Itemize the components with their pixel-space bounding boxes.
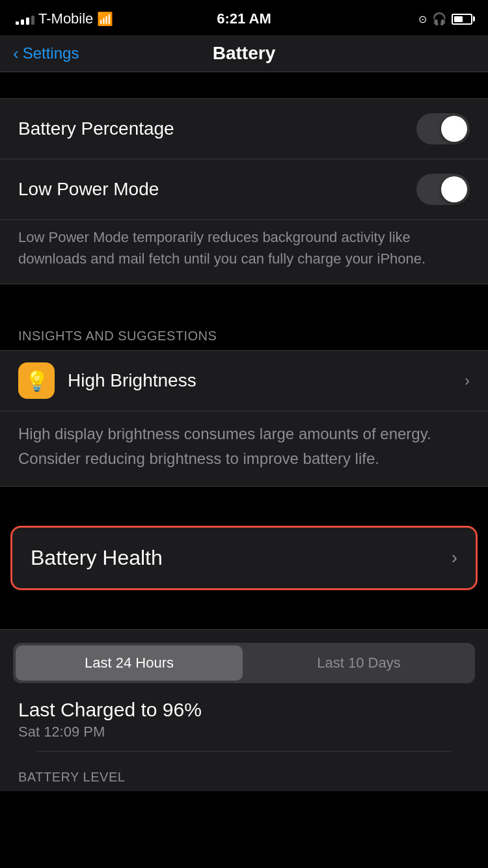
high-brightness-label: High Brightness	[68, 370, 465, 391]
battery-settings-group: Battery Percentage Low Power Mode	[0, 98, 488, 220]
tab-last-10-days-label: Last 10 Days	[317, 655, 400, 671]
time-tabs: Last 24 Hours Last 10 Days	[13, 643, 475, 683]
signal-bar-1	[16, 21, 19, 25]
brightness-icon: 💡	[25, 370, 49, 392]
last-charged-title: Last Charged to 96%	[18, 699, 470, 721]
status-right: ⊙ 🎧	[418, 12, 472, 26]
battery-fill	[454, 16, 463, 22]
insights-section-header: INSIGHTS AND SUGGESTIONS	[0, 310, 488, 350]
tab-last-24-hours-label: Last 24 Hours	[85, 655, 174, 671]
signal-bars	[16, 13, 34, 25]
spacer-2	[0, 284, 488, 310]
status-bar: T-Mobile 📶 6:21 AM ⊙ 🎧	[0, 0, 488, 35]
back-label: Settings	[23, 44, 79, 62]
low-power-description: Low Power Mode temporarily reduces backg…	[0, 220, 488, 284]
battery-health-chevron-icon: ›	[452, 547, 457, 568]
nav-bar: ‹ Settings Battery	[0, 35, 488, 72]
tab-last-24-hours[interactable]: Last 24 Hours	[16, 645, 243, 681]
status-time: 6:21 AM	[217, 10, 271, 27]
spacer-4	[0, 603, 488, 629]
toggle-knob-2	[441, 176, 467, 202]
brightness-icon-wrap: 💡	[18, 362, 55, 399]
low-power-mode-row: Low Power Mode	[0, 159, 488, 219]
time-tabs-section: Last 24 Hours Last 10 Days	[0, 629, 488, 683]
location-icon: ⊙	[418, 13, 427, 25]
insights-row: 💡 High Brightness › High display brightn…	[0, 350, 488, 487]
brightness-description: High display brightness consumes large a…	[0, 411, 488, 486]
signal-bar-2	[21, 20, 24, 25]
battery-percentage-row: Battery Percentage	[0, 99, 488, 159]
status-left: T-Mobile 📶	[16, 10, 113, 27]
signal-bar-3	[26, 18, 29, 25]
last-charged-section: Last Charged to 96% Sat 12:09 PM	[0, 683, 488, 757]
back-chevron-icon: ‹	[13, 44, 19, 64]
battery-health-label: Battery Health	[31, 546, 163, 570]
back-button[interactable]: ‹ Settings	[13, 44, 79, 64]
divider	[36, 751, 452, 752]
low-power-mode-label: Low Power Mode	[18, 179, 159, 200]
page-title: Battery	[213, 43, 275, 64]
chevron-right-icon: ›	[465, 372, 470, 390]
high-brightness-row[interactable]: 💡 High Brightness ›	[0, 351, 488, 411]
headphone-icon: 🎧	[432, 12, 446, 26]
spacer-3	[0, 487, 488, 513]
battery-health-row[interactable]: Battery Health ›	[10, 526, 478, 590]
last-charged-subtitle: Sat 12:09 PM	[18, 724, 470, 740]
battery-indicator	[452, 14, 472, 25]
signal-bar-4	[31, 16, 34, 25]
battery-body	[452, 14, 472, 25]
battery-level-header: BATTERY LEVEL	[0, 757, 488, 791]
battery-percentage-toggle[interactable]	[416, 113, 470, 144]
brightness-description-text: High display brightness consumes large a…	[18, 422, 470, 472]
toggle-knob	[441, 116, 467, 142]
wifi-icon: 📶	[97, 11, 113, 27]
low-power-mode-toggle[interactable]	[416, 174, 470, 205]
battery-percentage-label: Battery Percentage	[18, 118, 174, 139]
battery-health-section: Battery Health ›	[0, 526, 488, 590]
carrier-label: T-Mobile	[38, 10, 93, 27]
battery-level-label: BATTERY LEVEL	[18, 770, 125, 784]
tab-last-10-days[interactable]: Last 10 Days	[245, 645, 472, 681]
low-power-description-text: Low Power Mode temporarily reduces backg…	[18, 226, 470, 269]
spacer-1	[0, 72, 488, 98]
